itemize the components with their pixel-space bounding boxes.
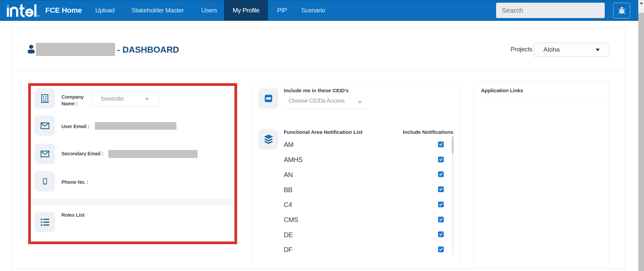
svg-text:®: ® xyxy=(37,14,40,18)
